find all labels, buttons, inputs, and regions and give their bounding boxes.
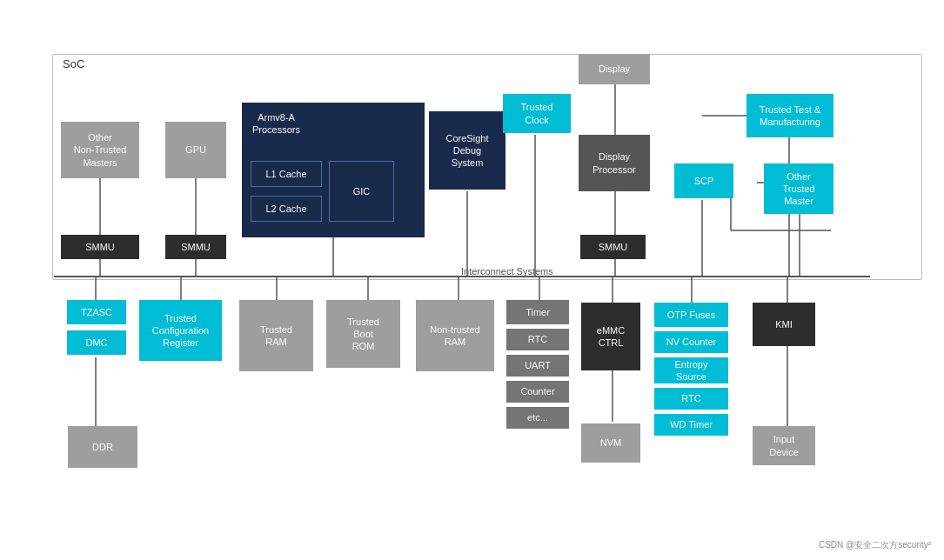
gic-block: GIC xyxy=(329,161,394,222)
etc-block: etc... xyxy=(506,407,569,429)
diagram-container: SoC xyxy=(0,0,944,560)
uart-block: UART xyxy=(506,355,569,377)
trusted-config-block: TrustedConfigurationRegister xyxy=(139,300,222,361)
emmc-ctrl-block: eMMCCTRL xyxy=(581,303,640,370)
rtc1-block: RTC xyxy=(506,329,569,350)
rtc2-block: RTC xyxy=(654,388,728,410)
other-non-trusted-block: OtherNon-TrustedMasters xyxy=(61,122,139,178)
ddr-block: DDR xyxy=(68,426,137,468)
trusted-clock-block: TrustedClock xyxy=(503,94,571,133)
kmi-block: KMI xyxy=(753,303,815,346)
display-processor-block: DisplayProcessor xyxy=(579,135,650,191)
soc-label: SoC xyxy=(63,57,84,70)
wd-timer-block: WD Timer xyxy=(654,414,728,436)
other-trusted-master-block: OtherTrustedMaster xyxy=(764,163,834,214)
tzasc-block: TZASC xyxy=(67,300,126,324)
counter-block: Counter xyxy=(506,381,569,403)
otp-fuses-block: OTP Fuses xyxy=(654,303,728,327)
watermark: CSDN @安全二次方security² xyxy=(819,539,931,551)
display-block: Display xyxy=(579,54,650,84)
l2-cache-block: L2 Cache xyxy=(251,196,322,222)
interconnect-label: Interconnect Systems xyxy=(461,266,553,277)
timer-block: Timer xyxy=(506,300,569,324)
coresight-block: CoreSightDebugSystem xyxy=(429,111,505,190)
smmu2-block: SMMU xyxy=(165,235,226,259)
trusted-test-block: Trusted Test &Manufacturing xyxy=(746,94,834,137)
entropy-source-block: EntropySource xyxy=(654,357,728,383)
nvm-block: NVM xyxy=(581,423,640,463)
gpu-block: GPU xyxy=(165,122,226,178)
smmu3-block: SMMU xyxy=(580,235,646,259)
l1-cache-block: L1 Cache xyxy=(251,161,322,187)
smmu1-block: SMMU xyxy=(61,235,139,259)
nv-counter-block: NV Counter xyxy=(654,331,728,353)
non-trusted-ram-block: Non-trustedRAM xyxy=(416,300,494,371)
trusted-ram-block: TrustedRAM xyxy=(239,300,313,371)
input-device-block: InputDevice xyxy=(753,426,815,465)
scp-block: SCP xyxy=(674,163,733,198)
trusted-boot-rom-block: TrustedBootROM xyxy=(326,300,400,368)
dmc-block: DMC xyxy=(67,330,126,355)
